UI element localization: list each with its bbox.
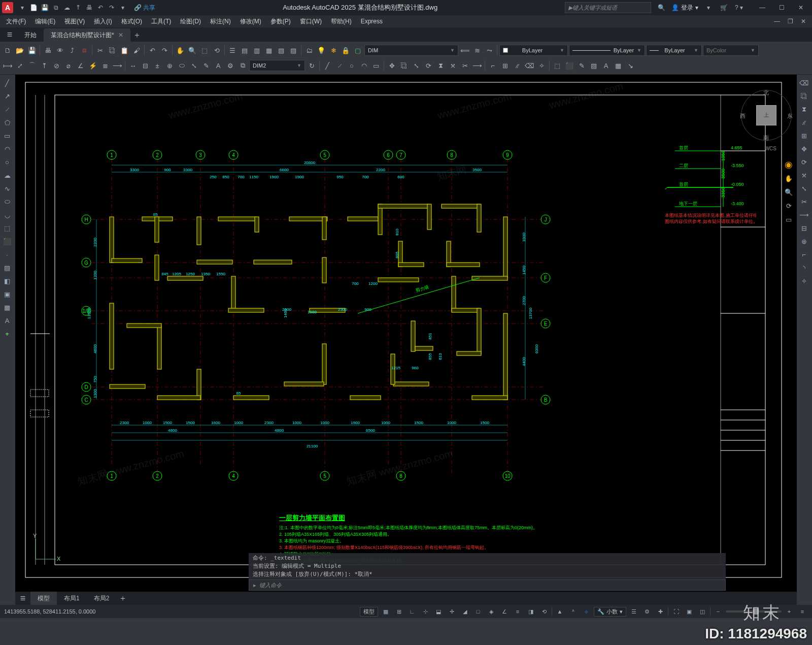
tool-ellipse-icon[interactable]: ⬭ xyxy=(1,196,13,208)
viewcube-south[interactable]: 南 xyxy=(763,134,769,142)
rib-save-icon[interactable]: 💾 xyxy=(26,45,38,56)
tool-gradient-icon[interactable]: ◧ xyxy=(1,275,13,287)
tab-layout2[interactable]: 布局2 xyxy=(87,592,117,605)
dim-jogged-icon[interactable]: ⤡ xyxy=(188,60,199,71)
rib-dc-icon[interactable]: ▤ xyxy=(239,45,250,56)
rib-pan-icon[interactable]: ✋ xyxy=(175,45,186,56)
new-tab-button[interactable]: ＋ xyxy=(130,28,144,42)
mod-fillet-icon[interactable]: ⌐ xyxy=(487,60,498,71)
menu-view[interactable]: 视图(V) xyxy=(60,16,89,27)
layer-combo[interactable]: ByLayer▼ xyxy=(499,45,568,56)
mod-move-icon[interactable]: ✥ xyxy=(386,60,397,71)
menu-insert[interactable]: 插入(I) xyxy=(90,16,116,27)
view-cube[interactable]: 上 北 南 东 西 xyxy=(741,90,792,141)
dim-quick-icon[interactable]: ⚡ xyxy=(87,60,98,71)
text-icon[interactable]: A xyxy=(600,60,612,71)
linetype-combo[interactable]: ByLayer▼ xyxy=(569,45,645,56)
mod-erase-icon[interactable]: ⌫ xyxy=(524,60,535,71)
help-icon[interactable]: ? ▾ xyxy=(734,3,744,13)
doc-restore-icon[interactable]: ❐ xyxy=(784,15,797,28)
mod2-offset-icon[interactable]: ⫽ xyxy=(798,116,810,128)
leader-icon[interactable]: ↘ xyxy=(625,60,636,71)
mod2-mirror-icon[interactable]: ⧗ xyxy=(798,103,810,115)
dim-edit-icon[interactable]: ✎ xyxy=(200,60,212,71)
tab-start[interactable]: 开始 xyxy=(17,28,44,42)
3dosnap-toggle-icon[interactable]: ◈ xyxy=(486,606,497,617)
cycling-toggle-icon[interactable]: ⟲ xyxy=(538,606,550,617)
otrack-toggle-icon[interactable]: ∠ xyxy=(499,606,510,617)
mod2-scale-icon[interactable]: ⤧ xyxy=(798,169,810,181)
layout-menu-icon[interactable]: ≡ xyxy=(15,591,30,605)
dim-ord-icon[interactable]: ⤒ xyxy=(39,60,50,71)
wcs-label[interactable]: WCS xyxy=(765,146,776,151)
nav-wheel-icon[interactable]: ◉ xyxy=(783,158,795,171)
lw-toggle-icon[interactable]: ≡ xyxy=(512,606,523,617)
mod-trim-icon[interactable]: ✂ xyxy=(459,60,470,71)
qat-cloud-open-icon[interactable]: ☁ xyxy=(62,3,72,13)
hw-accel-icon[interactable]: ⛶ xyxy=(670,606,682,617)
add-layout-button[interactable]: ＋ xyxy=(116,592,129,605)
dim-space-icon[interactable]: ↔ xyxy=(127,60,139,71)
dim-center-icon[interactable]: ⊕ xyxy=(164,60,175,71)
mod-mirror-icon[interactable]: ⧗ xyxy=(435,60,446,71)
menu-draw[interactable]: 绘图(D) xyxy=(176,16,205,27)
dim-linear-icon[interactable]: ⟼ xyxy=(2,60,13,71)
help-search-input[interactable]: ▶ 键入关键字或短语 xyxy=(565,2,651,13)
rib-3dprint-icon[interactable]: ⧈ xyxy=(79,45,90,56)
draw-circle-icon[interactable]: ○ xyxy=(346,60,357,71)
rib-layerprev-icon[interactable]: ⟸ xyxy=(459,45,470,56)
tool-addsel-icon[interactable]: + xyxy=(1,328,13,340)
rib-open-icon[interactable]: 📂 xyxy=(14,45,25,56)
qat-print-icon[interactable]: 🖶 xyxy=(84,3,94,13)
rib-layercolor-icon[interactable]: ▢ xyxy=(352,45,363,56)
mod2-trim-icon[interactable]: ✂ xyxy=(798,196,810,208)
rib-paste-icon[interactable]: 📋 xyxy=(119,45,130,56)
tool-polygon-icon[interactable]: ⬠ xyxy=(1,116,13,128)
rib-markup-icon[interactable]: ▧ xyxy=(276,45,287,56)
qat-redo-icon[interactable]: ↷ xyxy=(107,3,117,13)
menu-edit[interactable]: 编辑(E) xyxy=(31,16,59,27)
tool-xline-icon[interactable]: ↗ xyxy=(1,90,13,102)
mod2-copy-icon[interactable]: ⿻ xyxy=(798,90,810,102)
autodesk-app-icon[interactable]: ▾ xyxy=(703,3,714,13)
osnap-toggle-icon[interactable]: □ xyxy=(472,606,484,617)
doc-minimize-icon[interactable]: — xyxy=(770,15,784,28)
rib-layeron-icon[interactable]: 💡 xyxy=(316,45,327,56)
zoom-out-icon[interactable]: − xyxy=(713,606,724,617)
zoom-in-icon[interactable]: + xyxy=(784,606,795,617)
menu-tools[interactable]: 工具(T) xyxy=(147,16,175,27)
mod-copy-icon[interactable]: ⿻ xyxy=(398,60,410,71)
mod-extend-icon[interactable]: ⟶ xyxy=(471,60,483,71)
draw-line-icon[interactable]: ╱ xyxy=(322,60,333,71)
dim-style-combo[interactable]: DIM▼ xyxy=(364,45,458,56)
ws-switch-icon[interactable]: ⚙ xyxy=(641,606,653,617)
menu-format[interactable]: 格式(O) xyxy=(117,16,146,27)
dim-update-icon[interactable]: ↻ xyxy=(306,60,317,71)
infer-toggle-icon[interactable]: ∟ xyxy=(407,606,418,617)
rib-cut-icon[interactable]: ✂ xyxy=(94,45,106,56)
dim-textedit-icon[interactable]: A xyxy=(213,60,224,71)
mod2-stretch-icon[interactable]: ⤡ xyxy=(798,182,810,195)
plotstyle-combo[interactable]: ByColor▼ xyxy=(703,45,759,56)
anno-auto-icon[interactable]: ⟐ xyxy=(581,606,592,617)
rib-zoomprev-icon[interactable]: ⟲ xyxy=(211,45,222,56)
ortho-toggle-icon[interactable]: ⬓ xyxy=(433,606,444,617)
tab-model[interactable]: 模型 xyxy=(30,592,57,605)
dim-ang-icon[interactable]: ∠ xyxy=(75,60,86,71)
dim-break-icon[interactable]: ⊟ xyxy=(140,60,151,71)
anno-monitor-icon[interactable]: ✚ xyxy=(655,606,666,617)
viewcube-face[interactable]: 上 xyxy=(756,105,776,125)
nav-pan-icon[interactable]: ✋ xyxy=(783,172,795,184)
rib-new-icon[interactable]: 🗋 xyxy=(2,45,13,56)
tool-region-icon[interactable]: ▣ xyxy=(1,288,13,300)
table-icon[interactable]: ▦ xyxy=(613,60,624,71)
rib-redo2-icon[interactable]: ↷ xyxy=(159,45,170,56)
tool-circle-icon[interactable]: ○ xyxy=(1,156,13,168)
dim-radius-icon[interactable]: ⊘ xyxy=(51,60,62,71)
rib-preview-icon[interactable]: 👁 xyxy=(54,45,65,56)
mod-offset-icon[interactable]: ⫽ xyxy=(512,60,523,71)
mod2-chamfer-icon[interactable]: ⌐ xyxy=(798,248,810,261)
dim-override-icon[interactable]: ⚙ xyxy=(225,60,236,71)
space-toggle[interactable]: 模型 xyxy=(360,607,378,617)
nav-showmotion-icon[interactable]: ▭ xyxy=(783,213,795,225)
